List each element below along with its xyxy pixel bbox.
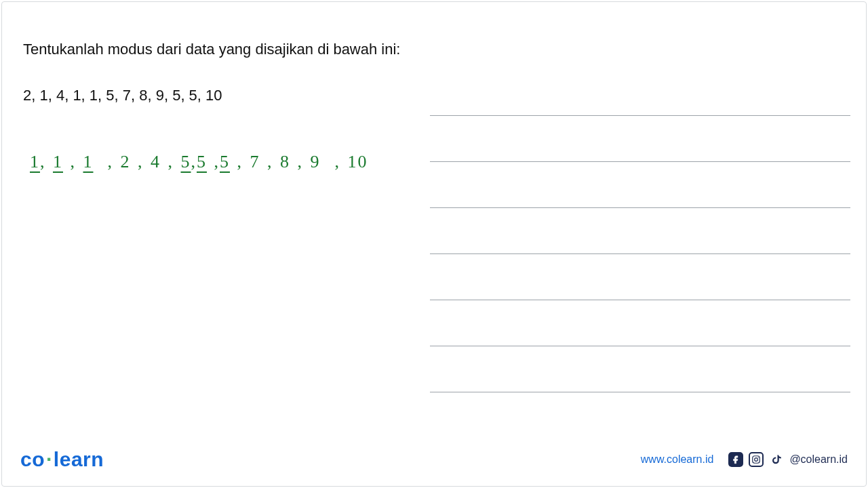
brand-dot: ·	[45, 448, 54, 470]
social-handle: @colearn.id	[789, 453, 848, 466]
sorted-n11: 9	[311, 152, 321, 171]
brand-part2: learn	[54, 448, 104, 470]
sorted-n7: 5	[197, 152, 207, 171]
instagram-icon[interactable]	[749, 452, 764, 467]
tiktok-icon[interactable]	[769, 452, 784, 467]
sorted-n3: 1	[83, 152, 94, 171]
footer: co·learn www.colearn.id @colearn.id	[0, 446, 868, 473]
sorted-n4: 2	[121, 152, 131, 171]
question-data: 2, 1, 4, 1, 1, 5, 7, 8, 9, 5, 5, 10	[23, 87, 845, 104]
sorted-n8: 5	[220, 152, 230, 171]
facebook-icon[interactable]	[728, 452, 743, 467]
note-lines	[430, 115, 850, 438]
sorted-n5: 4	[151, 152, 161, 171]
sorted-n2: 1	[53, 152, 63, 171]
sorted-n12: 10	[348, 152, 368, 171]
sorted-n6: 5	[181, 152, 191, 171]
social-icons: @colearn.id	[728, 452, 848, 467]
sorted-n9: 7	[250, 152, 260, 171]
brand-part1: co	[20, 448, 45, 470]
question-prompt: Tentukanlah modus dari data yang disajik…	[23, 41, 845, 58]
svg-point-2	[758, 457, 759, 458]
footer-right: www.colearn.id @colearn.id	[641, 452, 848, 467]
website-link[interactable]: www.colearn.id	[641, 453, 714, 466]
sorted-n1: 1	[30, 152, 40, 171]
svg-rect-0	[753, 456, 760, 464]
sorted-n10: 8	[280, 152, 290, 171]
brand-logo: co·learn	[20, 448, 104, 471]
svg-point-1	[755, 458, 758, 462]
